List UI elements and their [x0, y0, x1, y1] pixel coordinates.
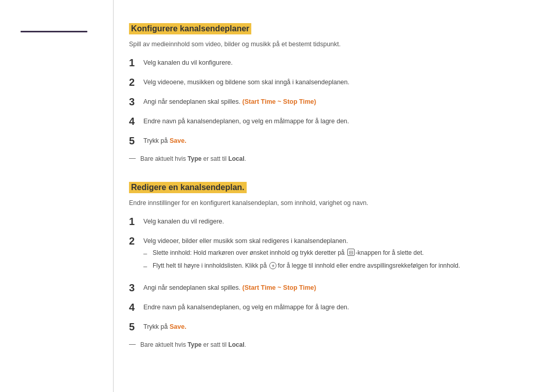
- sub-bullet-dash: –: [143, 261, 153, 272]
- step-text: Endre navn på kanalsendeplanen, og velg …: [143, 115, 524, 126]
- section-configure: Konfigurere kanalsendeplaner Spill av me…: [129, 23, 524, 163]
- step-item: 4 Endre navn på kanalsendeplanen, og vel…: [129, 301, 524, 313]
- step-item: 2 Velg videoene, musikken og bildene som…: [129, 76, 524, 88]
- step-number: 2: [129, 235, 143, 247]
- add-icon-btn: +: [269, 262, 276, 269]
- step-number: 4: [129, 115, 143, 127]
- note-text: Bare aktuelt hvis Type er satt til Local…: [140, 154, 246, 163]
- section-configure-intro: Spill av medieinnhold som video, bilder …: [129, 40, 524, 49]
- step-item: 2 Velg videoer, bilder eller musikk som …: [129, 235, 524, 275]
- step-number: 3: [129, 96, 143, 108]
- note-local-bold: Local: [228, 155, 244, 162]
- section-edit: Redigere en kanalsendeplan. Endre innsti…: [129, 182, 524, 349]
- sub-bullet-item: – Flytt helt til høyre i innholdslisten.…: [143, 261, 524, 272]
- note-block-2: — Bare aktuelt hvis Type er satt til Loc…: [129, 340, 524, 349]
- step-item: 3 Angi når sendeplanen skal spilles. (St…: [129, 96, 524, 108]
- step-item: 3 Angi når sendeplanen skal spilles. (St…: [129, 282, 524, 294]
- note-dash: —: [129, 154, 138, 162]
- step-number: 1: [129, 215, 143, 228]
- note-local-bold-2: Local: [228, 341, 244, 348]
- note-type-bold: Type: [188, 155, 201, 162]
- save-highlight-2: Save.: [170, 323, 187, 330]
- step-number: 4: [129, 301, 143, 313]
- sub-bullet-item: – Slette innhold: Hold markøren over øns…: [143, 248, 524, 259]
- step-text: Angi når sendeplanen skal spilles. (Star…: [143, 96, 524, 107]
- sub-bullet-text: Slette innhold: Hold markøren over ønske…: [153, 248, 524, 257]
- sidebar: [0, 0, 113, 392]
- step-text: Velg videoene, musikken og bildene som s…: [143, 76, 524, 87]
- sidebar-bar: [21, 31, 87, 32]
- sub-bullets: – Slette innhold: Hold markøren over øns…: [143, 248, 524, 273]
- step-item: 1 Velg kanalen du vil redigere.: [129, 215, 524, 228]
- delete-icon-btn: ⊟: [347, 249, 355, 256]
- step-item: 4 Endre navn på kanalsendeplanen, og vel…: [129, 115, 524, 127]
- step-text: Velg videoer, bilder eller musikk som sk…: [143, 235, 524, 275]
- step-item: 5 Trykk på Save.: [129, 321, 524, 333]
- step-number: 1: [129, 57, 143, 69]
- steps-list-configure: 1 Velg kanalen du vil konfigurere. 2 Vel…: [129, 57, 524, 147]
- main-content: Konfigurere kanalsendeplaner Spill av me…: [113, 0, 555, 392]
- note-type-bold-2: Type: [188, 341, 201, 348]
- note-text-2: Bare aktuelt hvis Type er satt til Local…: [140, 340, 246, 349]
- step-number: 3: [129, 282, 143, 294]
- section-configure-title: Konfigurere kanalsendeplaner: [129, 23, 251, 34]
- step-item: 5 Trykk på Save.: [129, 135, 524, 147]
- step-number: 5: [129, 135, 143, 147]
- save-highlight: Save.: [170, 137, 187, 144]
- step-number: 5: [129, 321, 143, 333]
- note-dash-2: —: [129, 340, 138, 348]
- step-item: 1 Velg kanalen du vil konfigurere.: [129, 57, 524, 69]
- step-number: 2: [129, 76, 143, 88]
- steps-list-edit: 1 Velg kanalen du vil redigere. 2 Velg v…: [129, 215, 524, 333]
- sub-bullet-dash: –: [143, 248, 153, 259]
- step-text: Endre navn på kanalsendeplanen, og velg …: [143, 301, 524, 312]
- section-edit-intro: Endre innstillinger for en konfigurert k…: [129, 198, 524, 208]
- section-edit-title: Redigere en kanalsendeplan.: [129, 182, 247, 193]
- sub-bullet-text: Flytt helt til høyre i innholdslisten. K…: [153, 261, 524, 270]
- note-block: — Bare aktuelt hvis Type er satt til Loc…: [129, 154, 524, 163]
- step-text: Angi når sendeplanen skal spilles. (Star…: [143, 282, 524, 293]
- highlight-start-stop-2: (Start Time ~ Stop Time): [242, 284, 316, 291]
- step-text: Velg kanalen du vil redigere.: [143, 215, 524, 227]
- highlight-start-stop: (Start Time ~ Stop Time): [242, 98, 316, 105]
- step-text: Trykk på Save.: [143, 135, 524, 146]
- step-text: Trykk på Save.: [143, 321, 524, 332]
- step-text: Velg kanalen du vil konfigurere.: [143, 57, 524, 68]
